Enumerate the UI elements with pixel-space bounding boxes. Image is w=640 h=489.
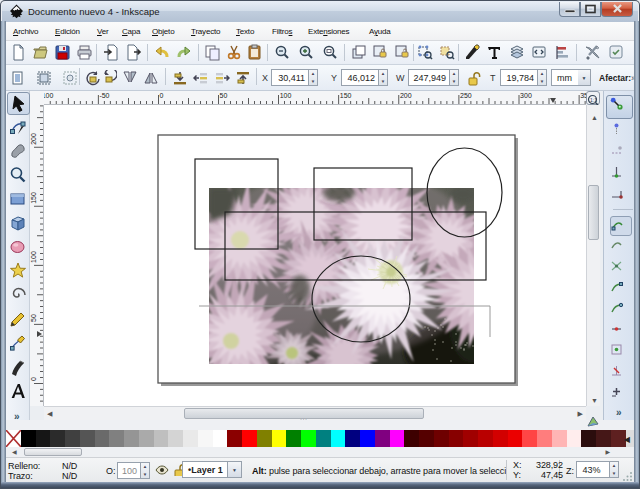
svg-text:200: 200 xyxy=(30,133,37,145)
svg-text:50: 50 xyxy=(30,314,37,322)
svg-text:-100: -100 xyxy=(44,92,53,99)
svg-text:100: 100 xyxy=(30,251,37,263)
svg-text:-50: -50 xyxy=(99,92,109,99)
svg-text:300: 300 xyxy=(520,92,532,99)
svg-text:100: 100 xyxy=(280,92,292,99)
svg-text:200: 200 xyxy=(400,92,412,99)
svg-text:150: 150 xyxy=(30,192,37,204)
svg-text:150: 150 xyxy=(340,92,352,99)
svg-text:0: 0 xyxy=(30,377,37,381)
svg-text:250: 250 xyxy=(460,92,472,99)
svg-text:0: 0 xyxy=(160,92,164,99)
svg-text:50: 50 xyxy=(220,92,228,99)
